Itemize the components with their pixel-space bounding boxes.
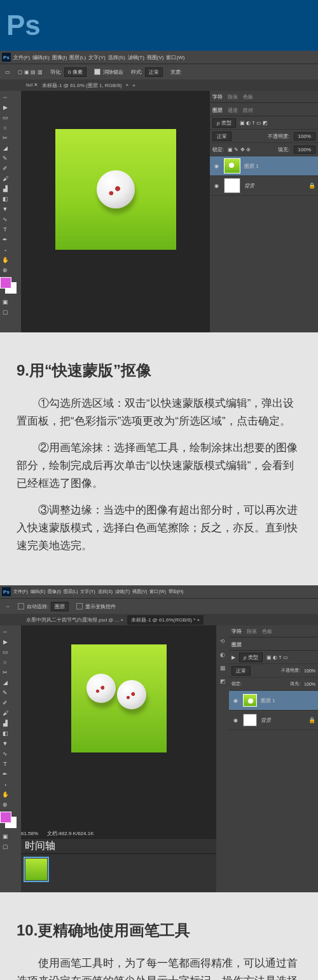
menu-view[interactable]: 视图(V) [132, 589, 147, 595]
stamp-tool-icon[interactable]: ▟ [1, 184, 10, 193]
lock-icons[interactable]: ▣ ✎ ✥ ⊕ [228, 147, 251, 153]
panel-tab-swatch[interactable]: 色板 [262, 628, 272, 635]
type-tool-icon[interactable]: T [1, 759, 10, 768]
ellipse-tool-icon[interactable]: ○ [1, 123, 10, 132]
panel-tab-channels[interactable]: 通道 [228, 107, 238, 114]
adjust-icon[interactable]: ◐ [219, 651, 226, 659]
heal-tool-icon[interactable]: ✐ [1, 698, 10, 707]
layer-row-bg[interactable]: ◉ 背景 🔒 [229, 711, 318, 730]
color-swatches[interactable] [0, 812, 19, 829]
menu-filter[interactable]: 滤镜(T) [128, 54, 144, 61]
visibility-icon[interactable]: ◉ [232, 716, 239, 724]
marquee-tool-icon[interactable]: ▭ [1, 648, 10, 657]
crop-tool-icon[interactable]: ✂ [1, 668, 10, 677]
zoom-tool-icon[interactable]: ⊕ [1, 800, 10, 809]
blur-tool-icon[interactable]: ∿ [1, 749, 10, 758]
menu-select[interactable]: 选择(S) [98, 589, 113, 595]
path-tool-icon[interactable]: ⬩ [1, 245, 10, 254]
panel-tab-paths[interactable]: 路径 [243, 107, 253, 114]
type-tool-icon[interactable]: T [1, 225, 10, 234]
panel-tab-layers[interactable]: 图层 [232, 641, 242, 648]
visibility-icon[interactable]: ◉ [212, 182, 220, 189]
blur-tool-icon[interactable]: ∿ [1, 215, 10, 224]
zoom-readout[interactable]: 61.58% [21, 831, 38, 836]
transform-checkbox[interactable] [76, 603, 83, 609]
antialias-checkbox[interactable] [94, 69, 100, 75]
panel-tab-char[interactable]: 字符 [212, 93, 223, 100]
slice-tool-icon[interactable]: ◢ [1, 678, 10, 687]
panel-tab-para[interactable]: 段落 [247, 628, 257, 635]
eyedropper-tool-icon[interactable]: ✎ [1, 154, 10, 163]
doc-tab[interactable]: isd ✕ 未标题-1 @ 61.6% (图层 1, RGB/8) × [22, 81, 132, 90]
menu-window[interactable]: 窗口(W) [149, 589, 165, 595]
panel-tab-swatch[interactable]: 色板 [243, 93, 253, 100]
panel-tab-layers[interactable]: 图层 [212, 107, 223, 114]
menu-layer[interactable]: 图层(L) [69, 54, 86, 61]
eyedropper-tool-icon[interactable]: ✎ [1, 688, 10, 697]
menu-file[interactable]: 文件(F) [13, 54, 30, 61]
move-tool-icon[interactable]: ↔ [1, 627, 10, 636]
menu-layer[interactable]: 图层(L) [64, 589, 78, 595]
filter-icons[interactable]: ▣ ◐ T ▭ ◩ [240, 120, 268, 126]
menu-text[interactable]: 文字(Y) [88, 54, 106, 61]
opacity-input[interactable]: 100% [304, 669, 315, 673]
timeline-tab[interactable]: 时间轴 [25, 840, 55, 853]
hand-tool-icon[interactable]: ✋ [1, 255, 10, 264]
menu-filter[interactable]: 滤镜(T) [115, 589, 130, 595]
artboard-tool-icon[interactable]: ▶ [1, 103, 10, 112]
move-tool-icon[interactable]: ↔ [1, 93, 10, 102]
autoselect-select[interactable]: 图层 [51, 602, 69, 611]
blend-select[interactable]: 正常 [212, 132, 232, 141]
history-icon[interactable]: ⟲ [219, 638, 226, 646]
path-tool-icon[interactable]: ⬩ [1, 780, 10, 789]
menu-help[interactable]: 帮助(H) [169, 589, 184, 595]
opacity-input[interactable]: 100% [294, 132, 315, 140]
fill-input[interactable]: 100% [304, 682, 315, 686]
menu-text[interactable]: 文字(Y) [80, 589, 95, 595]
menu-icon[interactable]: ▶ [232, 655, 235, 660]
slice-tool-icon[interactable]: ◢ [1, 144, 10, 153]
menu-image[interactable]: 图像(I) [52, 54, 67, 61]
marquee-tool-icon[interactable]: ▭ [1, 113, 10, 122]
more-tabs-icon[interactable]: » [132, 83, 135, 88]
screenmode-tool-icon[interactable]: ▢ [1, 842, 10, 851]
menu-file[interactable]: 文件(F) [13, 589, 28, 595]
pen-tool-icon[interactable]: ✒ [1, 235, 10, 244]
menu-select[interactable]: 选择(S) [108, 54, 125, 61]
menu-window[interactable]: 窗口(W) [166, 54, 184, 61]
menu-edit[interactable]: 编辑(E) [31, 589, 45, 595]
brush-tool-icon[interactable]: 🖌 [1, 174, 10, 183]
brush-tool-icon[interactable]: 🖌 [1, 709, 10, 718]
quickmask-tool-icon[interactable]: ▣ [1, 297, 10, 306]
fill-input[interactable]: 100% [294, 146, 315, 154]
bucket-tool-icon[interactable]: ▼ [1, 205, 10, 214]
layer-kind-select[interactable]: ρ 类型 [239, 653, 263, 662]
stamp-tool-icon[interactable]: ▟ [1, 719, 10, 728]
visibility-icon[interactable]: ◉ [212, 162, 220, 170]
color-swatches[interactable] [0, 277, 19, 295]
panel-tab-para[interactable]: 段落 [228, 93, 238, 100]
autoselect-checkbox[interactable] [18, 603, 24, 609]
filter-icons[interactable]: ▣ ◐ T ▭ [266, 655, 288, 660]
canvas[interactable] [21, 91, 210, 332]
layer-row-bg[interactable]: ◉ 背景 🔒 [210, 176, 318, 196]
blend-select[interactable]: 正常 [232, 666, 251, 676]
bucket-tool-icon[interactable]: ▼ [1, 739, 10, 748]
crop-tool-icon[interactable]: ✂ [1, 133, 10, 142]
feather-input[interactable]: 0 像素 [64, 67, 86, 77]
sel-mode-icons[interactable]: ▢ ▣ ▤ ▥ [18, 69, 43, 75]
canvas[interactable]: 61.58% 文档:482.9 K/624.1K 时间轴 [21, 625, 216, 892]
quickmask-tool-icon[interactable]: ▣ [1, 832, 10, 841]
doc-tab-1[interactable]: 水墨中国风二十四节气白露海报.psd @ ... × [22, 615, 127, 625]
style-select[interactable]: 正常 [145, 67, 163, 77]
visibility-icon[interactable]: ◉ [232, 697, 239, 704]
styles-icon[interactable]: ◩ [219, 678, 226, 686]
menu-view[interactable]: 视图(V) [147, 54, 164, 61]
ellipse-tool-icon[interactable]: ○ [1, 658, 10, 667]
eraser-tool-icon[interactable]: ◧ [1, 194, 10, 203]
pen-tool-icon[interactable]: ✒ [1, 770, 10, 779]
layer-kind-select[interactable]: ρ 类型 [212, 118, 236, 128]
panel-tab-char[interactable]: 字符 [232, 628, 242, 635]
hand-tool-icon[interactable]: ✋ [1, 790, 10, 799]
eraser-tool-icon[interactable]: ◧ [1, 729, 10, 738]
